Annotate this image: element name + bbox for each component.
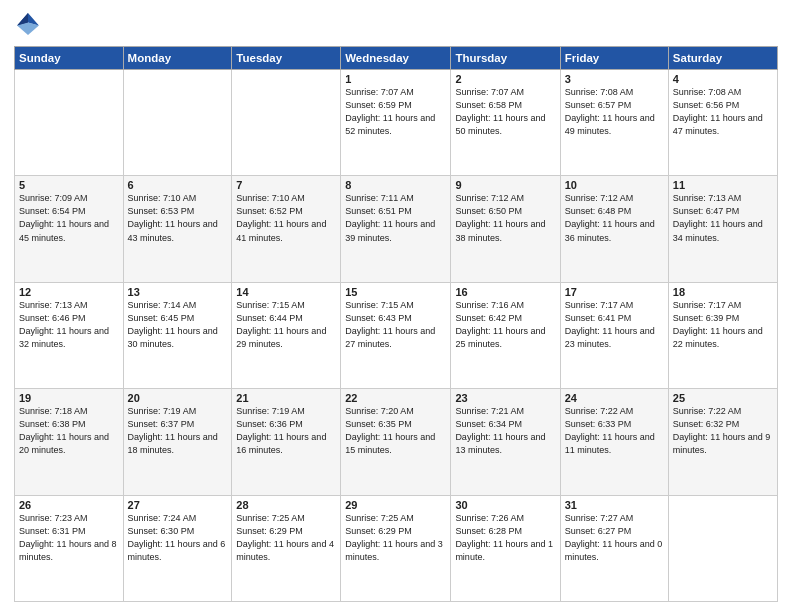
day-info: Sunrise: 7:25 AM Sunset: 6:29 PM Dayligh…	[236, 512, 336, 564]
calendar-cell: 21Sunrise: 7:19 AM Sunset: 6:36 PM Dayli…	[232, 389, 341, 495]
day-number: 27	[128, 499, 228, 511]
day-info: Sunrise: 7:10 AM Sunset: 6:52 PM Dayligh…	[236, 192, 336, 244]
day-info: Sunrise: 7:22 AM Sunset: 6:33 PM Dayligh…	[565, 405, 664, 457]
calendar-cell: 16Sunrise: 7:16 AM Sunset: 6:42 PM Dayli…	[451, 282, 560, 388]
day-number: 22	[345, 392, 446, 404]
calendar-cell: 13Sunrise: 7:14 AM Sunset: 6:45 PM Dayli…	[123, 282, 232, 388]
calendar-cell: 14Sunrise: 7:15 AM Sunset: 6:44 PM Dayli…	[232, 282, 341, 388]
calendar-cell	[668, 495, 777, 601]
logo	[14, 10, 46, 38]
day-number: 5	[19, 179, 119, 191]
day-info: Sunrise: 7:08 AM Sunset: 6:56 PM Dayligh…	[673, 86, 773, 138]
day-number: 4	[673, 73, 773, 85]
day-number: 31	[565, 499, 664, 511]
day-number: 8	[345, 179, 446, 191]
calendar-cell: 3Sunrise: 7:08 AM Sunset: 6:57 PM Daylig…	[560, 70, 668, 176]
calendar-table: SundayMondayTuesdayWednesdayThursdayFrid…	[14, 46, 778, 602]
calendar-cell	[15, 70, 124, 176]
day-info: Sunrise: 7:17 AM Sunset: 6:41 PM Dayligh…	[565, 299, 664, 351]
calendar-header-row: SundayMondayTuesdayWednesdayThursdayFrid…	[15, 47, 778, 70]
day-info: Sunrise: 7:10 AM Sunset: 6:53 PM Dayligh…	[128, 192, 228, 244]
day-number: 26	[19, 499, 119, 511]
day-number: 2	[455, 73, 555, 85]
calendar-cell: 29Sunrise: 7:25 AM Sunset: 6:29 PM Dayli…	[341, 495, 451, 601]
day-number: 21	[236, 392, 336, 404]
day-number: 12	[19, 286, 119, 298]
day-info: Sunrise: 7:19 AM Sunset: 6:36 PM Dayligh…	[236, 405, 336, 457]
calendar-cell: 28Sunrise: 7:25 AM Sunset: 6:29 PM Dayli…	[232, 495, 341, 601]
day-number: 23	[455, 392, 555, 404]
day-info: Sunrise: 7:07 AM Sunset: 6:59 PM Dayligh…	[345, 86, 446, 138]
day-info: Sunrise: 7:12 AM Sunset: 6:48 PM Dayligh…	[565, 192, 664, 244]
weekday-header: Tuesday	[232, 47, 341, 70]
day-info: Sunrise: 7:22 AM Sunset: 6:32 PM Dayligh…	[673, 405, 773, 457]
day-info: Sunrise: 7:09 AM Sunset: 6:54 PM Dayligh…	[19, 192, 119, 244]
weekday-header: Saturday	[668, 47, 777, 70]
day-number: 20	[128, 392, 228, 404]
calendar-cell: 5Sunrise: 7:09 AM Sunset: 6:54 PM Daylig…	[15, 176, 124, 282]
day-info: Sunrise: 7:16 AM Sunset: 6:42 PM Dayligh…	[455, 299, 555, 351]
day-info: Sunrise: 7:19 AM Sunset: 6:37 PM Dayligh…	[128, 405, 228, 457]
day-info: Sunrise: 7:21 AM Sunset: 6:34 PM Dayligh…	[455, 405, 555, 457]
calendar-cell: 7Sunrise: 7:10 AM Sunset: 6:52 PM Daylig…	[232, 176, 341, 282]
day-info: Sunrise: 7:07 AM Sunset: 6:58 PM Dayligh…	[455, 86, 555, 138]
calendar-week-row: 19Sunrise: 7:18 AM Sunset: 6:38 PM Dayli…	[15, 389, 778, 495]
day-info: Sunrise: 7:15 AM Sunset: 6:43 PM Dayligh…	[345, 299, 446, 351]
day-info: Sunrise: 7:25 AM Sunset: 6:29 PM Dayligh…	[345, 512, 446, 564]
day-number: 13	[128, 286, 228, 298]
day-number: 15	[345, 286, 446, 298]
calendar-cell: 9Sunrise: 7:12 AM Sunset: 6:50 PM Daylig…	[451, 176, 560, 282]
calendar-week-row: 5Sunrise: 7:09 AM Sunset: 6:54 PM Daylig…	[15, 176, 778, 282]
calendar-cell: 4Sunrise: 7:08 AM Sunset: 6:56 PM Daylig…	[668, 70, 777, 176]
day-info: Sunrise: 7:08 AM Sunset: 6:57 PM Dayligh…	[565, 86, 664, 138]
day-number: 28	[236, 499, 336, 511]
day-number: 29	[345, 499, 446, 511]
calendar-cell: 24Sunrise: 7:22 AM Sunset: 6:33 PM Dayli…	[560, 389, 668, 495]
calendar-cell: 6Sunrise: 7:10 AM Sunset: 6:53 PM Daylig…	[123, 176, 232, 282]
day-number: 10	[565, 179, 664, 191]
calendar-cell	[232, 70, 341, 176]
calendar-cell: 12Sunrise: 7:13 AM Sunset: 6:46 PM Dayli…	[15, 282, 124, 388]
calendar-week-row: 26Sunrise: 7:23 AM Sunset: 6:31 PM Dayli…	[15, 495, 778, 601]
calendar-page: SundayMondayTuesdayWednesdayThursdayFrid…	[0, 0, 792, 612]
calendar-cell: 18Sunrise: 7:17 AM Sunset: 6:39 PM Dayli…	[668, 282, 777, 388]
day-number: 30	[455, 499, 555, 511]
header	[14, 10, 778, 38]
day-number: 1	[345, 73, 446, 85]
weekday-header: Thursday	[451, 47, 560, 70]
calendar-week-row: 12Sunrise: 7:13 AM Sunset: 6:46 PM Dayli…	[15, 282, 778, 388]
calendar-week-row: 1Sunrise: 7:07 AM Sunset: 6:59 PM Daylig…	[15, 70, 778, 176]
calendar-cell: 25Sunrise: 7:22 AM Sunset: 6:32 PM Dayli…	[668, 389, 777, 495]
calendar-cell: 26Sunrise: 7:23 AM Sunset: 6:31 PM Dayli…	[15, 495, 124, 601]
day-info: Sunrise: 7:26 AM Sunset: 6:28 PM Dayligh…	[455, 512, 555, 564]
day-info: Sunrise: 7:24 AM Sunset: 6:30 PM Dayligh…	[128, 512, 228, 564]
calendar-cell: 23Sunrise: 7:21 AM Sunset: 6:34 PM Dayli…	[451, 389, 560, 495]
calendar-cell: 1Sunrise: 7:07 AM Sunset: 6:59 PM Daylig…	[341, 70, 451, 176]
day-number: 19	[19, 392, 119, 404]
calendar-cell: 27Sunrise: 7:24 AM Sunset: 6:30 PM Dayli…	[123, 495, 232, 601]
day-info: Sunrise: 7:13 AM Sunset: 6:47 PM Dayligh…	[673, 192, 773, 244]
day-number: 6	[128, 179, 228, 191]
day-number: 25	[673, 392, 773, 404]
calendar-cell: 30Sunrise: 7:26 AM Sunset: 6:28 PM Dayli…	[451, 495, 560, 601]
calendar-cell: 31Sunrise: 7:27 AM Sunset: 6:27 PM Dayli…	[560, 495, 668, 601]
calendar-cell: 22Sunrise: 7:20 AM Sunset: 6:35 PM Dayli…	[341, 389, 451, 495]
day-info: Sunrise: 7:15 AM Sunset: 6:44 PM Dayligh…	[236, 299, 336, 351]
day-number: 3	[565, 73, 664, 85]
calendar-cell: 11Sunrise: 7:13 AM Sunset: 6:47 PM Dayli…	[668, 176, 777, 282]
day-info: Sunrise: 7:13 AM Sunset: 6:46 PM Dayligh…	[19, 299, 119, 351]
day-info: Sunrise: 7:27 AM Sunset: 6:27 PM Dayligh…	[565, 512, 664, 564]
day-number: 9	[455, 179, 555, 191]
day-number: 7	[236, 179, 336, 191]
calendar-cell: 20Sunrise: 7:19 AM Sunset: 6:37 PM Dayli…	[123, 389, 232, 495]
weekday-header: Wednesday	[341, 47, 451, 70]
day-info: Sunrise: 7:17 AM Sunset: 6:39 PM Dayligh…	[673, 299, 773, 351]
weekday-header: Monday	[123, 47, 232, 70]
calendar-cell: 19Sunrise: 7:18 AM Sunset: 6:38 PM Dayli…	[15, 389, 124, 495]
day-info: Sunrise: 7:12 AM Sunset: 6:50 PM Dayligh…	[455, 192, 555, 244]
day-number: 24	[565, 392, 664, 404]
day-info: Sunrise: 7:14 AM Sunset: 6:45 PM Dayligh…	[128, 299, 228, 351]
calendar-cell: 8Sunrise: 7:11 AM Sunset: 6:51 PM Daylig…	[341, 176, 451, 282]
day-number: 17	[565, 286, 664, 298]
weekday-header: Friday	[560, 47, 668, 70]
